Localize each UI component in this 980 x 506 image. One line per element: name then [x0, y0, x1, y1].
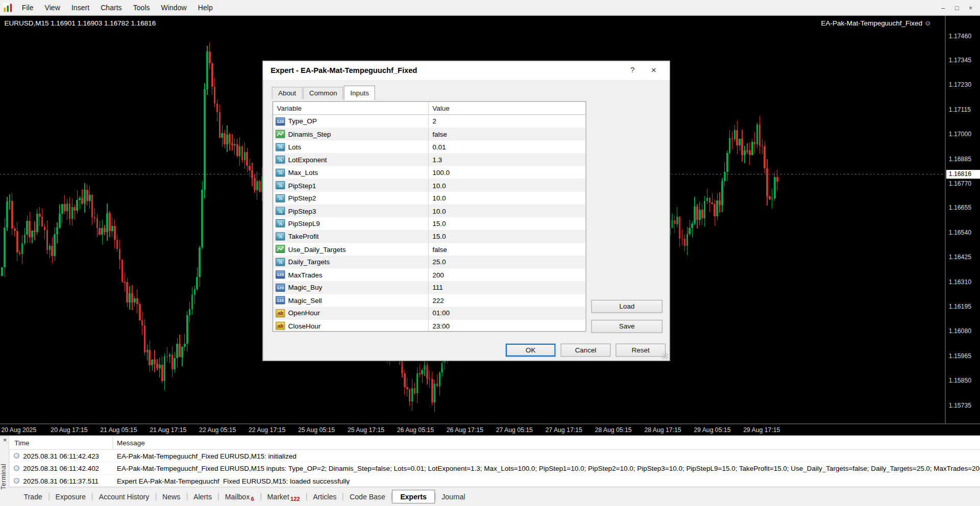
resize-grip[interactable]	[662, 353, 668, 359]
price-axis-label: 1.17115	[949, 106, 971, 113]
ea-name: EA-Pak-Mat-Tempeguuchf_Fixed	[821, 19, 922, 27]
param-row-magic_sell[interactable]: 123Magic_Sell222	[273, 294, 585, 307]
param-row-dinamis_step[interactable]: Dinamis_Stepfalse	[273, 128, 585, 140]
time-axis-label: 25 Aug 05:15	[298, 426, 335, 433]
menu-item-view[interactable]: View	[39, 4, 66, 11]
param-row-pipstep1[interactable]: ½PipStep110.0	[273, 179, 585, 192]
param-row-type_op[interactable]: 123Type_OP2	[273, 115, 585, 128]
terminal-tab-account-history[interactable]: Account History	[92, 490, 155, 502]
param-value[interactable]: 15.0	[429, 230, 585, 243]
param-type-double-icon: ½	[276, 258, 285, 266]
dialog-tab-common[interactable]: Common	[303, 87, 344, 99]
dialog-tabs: AboutCommonInputs	[272, 85, 376, 99]
menu-item-window[interactable]: Window	[156, 4, 192, 11]
param-type-string-icon: ab	[276, 309, 285, 317]
minimize-button[interactable]: –	[936, 2, 950, 13]
param-row-pipstep2[interactable]: ½PipStep210.0	[273, 192, 585, 205]
param-value[interactable]: 25.0	[429, 256, 585, 268]
log-row[interactable]: 2025.08.31 06:11:37.511Expert EA-Pak-Mat…	[9, 475, 980, 487]
param-value[interactable]: 100.0	[429, 166, 585, 179]
param-value[interactable]: 15.0	[429, 217, 585, 230]
param-value[interactable]: 2	[429, 115, 585, 128]
param-value[interactable]: 222	[429, 294, 585, 307]
close-button[interactable]: ×	[964, 2, 977, 13]
param-row-use_daily_targets[interactable]: Use_Daily_Targetsfalse	[273, 243, 585, 256]
terminal-tab-alerts[interactable]: Alerts	[187, 490, 218, 502]
param-row-daily_targets[interactable]: ½Daily_Targets25.0	[273, 256, 585, 268]
menu-item-file[interactable]: File	[16, 4, 39, 11]
param-row-pipstepl9[interactable]: ½PipStepL915.0	[273, 217, 585, 230]
param-type-bool-icon	[276, 245, 285, 254]
time-axis-label: 25 Aug 17:15	[348, 426, 384, 433]
param-row-pipstep3[interactable]: ½PipStep310.0	[273, 205, 585, 217]
param-name: Lots	[288, 143, 301, 151]
dialog-title: Expert - EA-Pak-Mat-Tempeguuchf_Fixed	[271, 66, 417, 75]
terminal-tab-experts[interactable]: Experts	[392, 490, 434, 503]
time-axis-label: 22 Aug 17:15	[249, 426, 285, 433]
time-axis-label: 28 Aug 05:15	[595, 426, 631, 433]
param-row-magic_buy[interactable]: 123Magic_Buy111	[273, 281, 585, 294]
dialog-close-icon[interactable]: ×	[648, 66, 659, 76]
param-row-takeprofit[interactable]: ½TakeProfit15.0	[273, 230, 585, 243]
param-type-double-icon: ½	[276, 207, 285, 215]
param-value[interactable]: 01:00	[429, 307, 585, 319]
dialog-title-bar[interactable]: Expert - EA-Pak-Mat-Tempeguuchf_Fixed	[263, 61, 670, 80]
param-row-openhour[interactable]: abOpenHour01:00	[273, 307, 585, 319]
param-value[interactable]: false	[429, 128, 585, 140]
load-button[interactable]: Load	[591, 300, 663, 313]
menu-item-charts[interactable]: Charts	[95, 4, 128, 11]
param-row-maxtrades[interactable]: 123MaxTrades200	[273, 268, 585, 281]
param-name: PipStep2	[288, 194, 316, 202]
restore-button[interactable]: □	[950, 2, 964, 13]
menu-bar: FileViewInsertChartsToolsWindowHelp – □ …	[0, 0, 980, 16]
param-value[interactable]: 111	[429, 281, 585, 294]
param-value[interactable]: 10.0	[429, 192, 585, 205]
menu-item-help[interactable]: Help	[192, 4, 218, 11]
param-row-lotexponent[interactable]: ½LotExponent1.3	[273, 154, 585, 166]
param-value[interactable]: 0.01	[429, 140, 585, 153]
ok-button[interactable]: OK	[506, 344, 556, 357]
param-value[interactable]: 10.0	[429, 179, 585, 192]
reset-button[interactable]: Reset	[616, 344, 666, 357]
table-header: Variable Value	[273, 102, 585, 115]
save-button[interactable]: Save	[591, 320, 663, 333]
param-value[interactable]: 23:00	[429, 319, 585, 331]
terminal-tab-exposure[interactable]: Exposure	[49, 490, 92, 502]
log-row[interactable]: 2025.08.31 06:11:42.402EA-Pak-Mat-Tempeg…	[9, 462, 980, 474]
price-axis-label: 1.16080	[949, 327, 971, 334]
price-axis-label: 1.16655	[949, 205, 971, 211]
terminal-close-icon[interactable]: ×	[1, 436, 9, 444]
param-name: LotExponent	[288, 156, 327, 164]
time-axis-label: 20 Aug 17:15	[51, 426, 87, 433]
param-value[interactable]: 1.3	[429, 154, 585, 166]
param-row-lots[interactable]: ½Lots0.01	[273, 140, 585, 153]
terminal-tab-market[interactable]: Market122	[261, 490, 306, 503]
dialog-tab-inputs[interactable]: Inputs	[344, 86, 375, 100]
dialog-tab-about[interactable]: About	[272, 87, 303, 99]
terminal-tab-news[interactable]: News	[156, 490, 187, 502]
param-type-double-icon: ½	[276, 194, 285, 202]
param-name: Type_OP	[288, 118, 316, 125]
terminal-tab-trade[interactable]: Trade	[17, 490, 48, 502]
menu-item-insert[interactable]: Insert	[66, 4, 95, 11]
ea-name-label: EA-Pak-Mat-Tempeguuchf_Fixed ☺	[821, 19, 932, 27]
terminal-tab-code-base[interactable]: Code Base	[344, 490, 391, 502]
param-type-int-icon: 123	[276, 296, 285, 305]
terminal-tab-articles[interactable]: Articles	[307, 490, 343, 502]
param-value[interactable]: false	[429, 243, 585, 256]
tab-badge: 6	[251, 496, 254, 502]
param-type-double-icon: ½	[276, 143, 285, 151]
param-row-closehour[interactable]: abCloseHour23:00	[273, 319, 585, 331]
param-row-max_lots[interactable]: ½Max_Lots100.0	[273, 166, 585, 179]
param-value[interactable]: 200	[429, 268, 585, 281]
price-axis[interactable]: 1.16816 1.174601.173451.172301.171151.17…	[945, 16, 980, 424]
time-axis[interactable]: 20 Aug 202520 Aug 17:1521 Aug 05:1521 Au…	[0, 423, 980, 435]
cancel-button[interactable]: Cancel	[560, 344, 610, 357]
dialog-help-button[interactable]: ?	[627, 66, 638, 76]
param-value[interactable]: 10.0	[429, 205, 585, 217]
time-axis-label: 20 Aug 2025	[1, 426, 36, 433]
log-row[interactable]: 2025.08.31 06:11:42.423EA-Pak-Mat-Tempeg…	[9, 450, 980, 462]
terminal-tab-mailbox[interactable]: Mailbox6	[218, 490, 260, 503]
menu-item-tools[interactable]: Tools	[128, 4, 156, 11]
terminal-tab-journal[interactable]: Journal	[435, 490, 472, 502]
